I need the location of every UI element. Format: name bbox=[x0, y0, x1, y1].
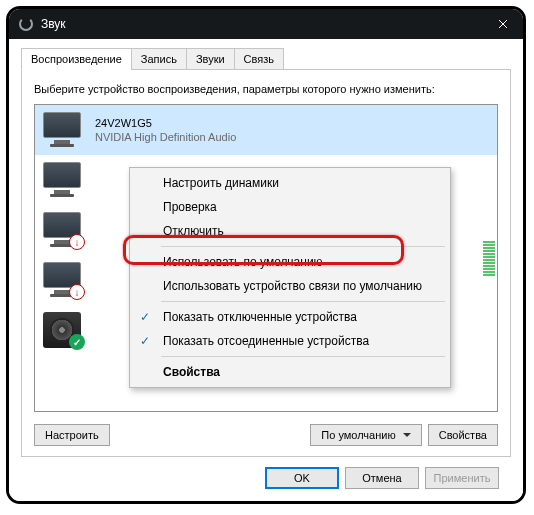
tab-strip: Воспроизведение Запись Звуки Связь bbox=[21, 48, 511, 70]
sound-dialog: Звук Воспроизведение Запись Звуки Связь … bbox=[6, 6, 526, 504]
apply-button[interactable]: Применить bbox=[425, 467, 499, 489]
close-icon bbox=[498, 19, 508, 29]
button-label: По умолчанию bbox=[321, 429, 395, 441]
check-icon: ✓ bbox=[69, 334, 85, 350]
properties-button[interactable]: Свойства bbox=[428, 424, 498, 446]
level-meter bbox=[483, 105, 495, 411]
check-icon: ✓ bbox=[140, 310, 154, 324]
tab-sounds[interactable]: Звуки bbox=[186, 48, 235, 70]
device-title: 24V2W1G5 bbox=[95, 116, 236, 130]
menu-item-set-default-comm[interactable]: Использовать устройство связи по умолчан… bbox=[133, 274, 447, 298]
check-icon: ✓ bbox=[140, 334, 154, 348]
button-label: Отмена bbox=[362, 472, 401, 484]
titlebar: Звук bbox=[9, 9, 523, 39]
button-label: Применить bbox=[434, 472, 491, 484]
menu-label: Показать отключенные устройства bbox=[163, 310, 357, 324]
menu-label: Настроить динамики bbox=[163, 176, 279, 190]
device-text: 24V2W1G5 NVIDIA High Definition Audio bbox=[95, 116, 236, 144]
monitor-icon: ↓ bbox=[41, 260, 85, 300]
dialog-buttons: OK Отмена Применить bbox=[21, 457, 511, 489]
button-label: Настроить bbox=[45, 429, 99, 441]
menu-label: Показать отсоединенные устройства bbox=[163, 334, 369, 348]
menu-separator bbox=[161, 356, 445, 357]
menu-item-disable[interactable]: Отключить bbox=[133, 219, 447, 243]
ok-button[interactable]: OK bbox=[265, 467, 339, 489]
tab-recording[interactable]: Запись bbox=[131, 48, 187, 70]
menu-item-show-disabled[interactable]: ✓Показать отключенные устройства bbox=[133, 305, 447, 329]
menu-item-test[interactable]: Проверка bbox=[133, 195, 447, 219]
sound-icon bbox=[19, 17, 33, 31]
monitor-icon bbox=[41, 160, 85, 200]
tab-label: Связь bbox=[244, 53, 274, 65]
menu-item-show-disconnected[interactable]: ✓Показать отсоединенные устройства bbox=[133, 329, 447, 353]
menu-label: Проверка bbox=[163, 200, 217, 214]
close-button[interactable] bbox=[483, 9, 523, 39]
monitor-icon: ↓ bbox=[41, 210, 85, 250]
menu-item-configure-speakers[interactable]: Настроить динамики bbox=[133, 171, 447, 195]
menu-separator bbox=[161, 246, 445, 247]
menu-label: Использовать устройство связи по умолчан… bbox=[163, 279, 422, 293]
menu-label: Отключить bbox=[163, 224, 224, 238]
menu-item-set-default[interactable]: Использовать по умолчанию bbox=[133, 250, 447, 274]
menu-separator bbox=[161, 301, 445, 302]
tab-communications[interactable]: Связь bbox=[234, 48, 284, 70]
tab-label: Звуки bbox=[196, 53, 225, 65]
menu-item-properties[interactable]: Свойства bbox=[133, 360, 447, 384]
device-subtitle: NVIDIA High Definition Audio bbox=[95, 130, 236, 144]
down-arrow-icon: ↓ bbox=[69, 284, 85, 300]
default-dropdown-button[interactable]: По умолчанию bbox=[310, 424, 421, 446]
window-title: Звук bbox=[41, 17, 483, 31]
button-label: Свойства bbox=[439, 429, 487, 441]
monitor-icon bbox=[41, 110, 85, 150]
context-menu: Настроить динамики Проверка Отключить Ис… bbox=[129, 167, 451, 388]
tab-playback[interactable]: Воспроизведение bbox=[21, 48, 132, 70]
down-arrow-icon: ↓ bbox=[69, 234, 85, 250]
cancel-button[interactable]: Отмена bbox=[345, 467, 419, 489]
device-item[interactable]: 24V2W1G5 NVIDIA High Definition Audio bbox=[35, 105, 497, 155]
speaker-icon: ✓ bbox=[41, 310, 85, 350]
button-label: OK bbox=[294, 472, 310, 484]
configure-button[interactable]: Настроить bbox=[34, 424, 110, 446]
menu-label: Использовать по умолчанию bbox=[163, 255, 323, 269]
tab-label: Воспроизведение bbox=[31, 53, 122, 65]
menu-label: Свойства bbox=[163, 365, 220, 379]
panel-buttons: Настроить По умолчанию Свойства bbox=[34, 424, 498, 446]
instruction-text: Выберите устройство воспроизведения, пар… bbox=[34, 82, 498, 96]
tab-label: Запись bbox=[141, 53, 177, 65]
